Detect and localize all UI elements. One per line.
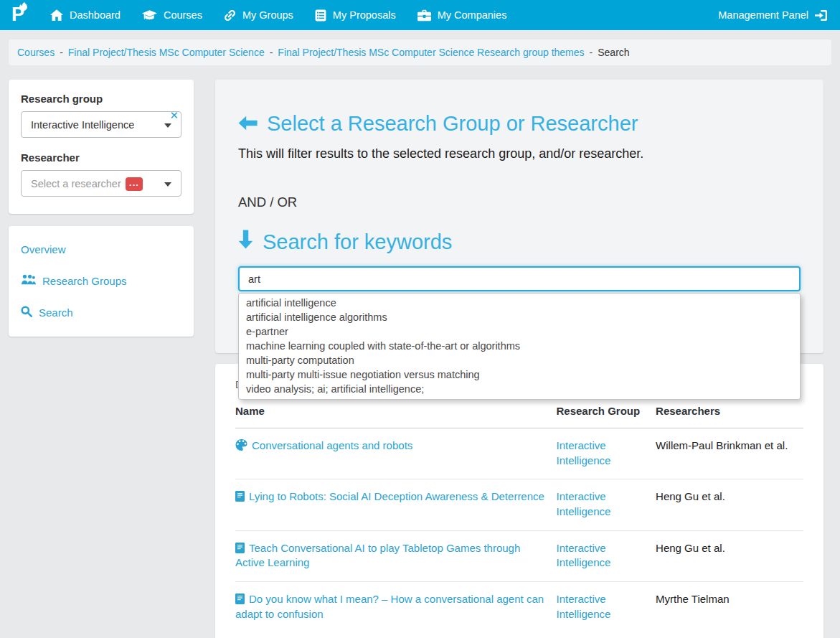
table-row: Do you know what I mean? – How a convers… xyxy=(235,582,803,633)
theme-link[interactable]: Teach Conversational AI to play Tabletop… xyxy=(235,542,520,569)
breadcrumb-link-course[interactable]: Final Project/Thesis MSc Computer Scienc… xyxy=(68,47,265,58)
select-group-heading: Select a Research Group or Researcher xyxy=(238,112,801,136)
filter-note: This will filter results to the selected… xyxy=(238,146,801,161)
heading-text: Select a Research Group or Researcher xyxy=(267,112,638,136)
column-header-research-group: Research Group xyxy=(556,400,656,428)
nav-item-my-companies[interactable]: My Companies xyxy=(417,9,507,22)
keyword-heading: Search for keywords xyxy=(238,230,801,254)
briefcase-icon xyxy=(417,9,431,22)
table-row: Conversational agents and robots Interac… xyxy=(235,428,803,479)
researcher-placeholder: Select a researcher xyxy=(31,178,121,189)
clear-selection-icon[interactable]: ✕ xyxy=(169,110,179,121)
research-group-link[interactable]: Interactive Intelligence xyxy=(556,542,610,569)
column-header-name: Name xyxy=(235,400,556,428)
research-group-link[interactable]: Interactive Intelligence xyxy=(556,593,610,620)
home-icon xyxy=(50,9,63,21)
research-group-link[interactable]: Interactive Intelligence xyxy=(556,439,610,466)
book-icon xyxy=(235,542,249,554)
sidebar-item-search[interactable]: Search xyxy=(21,296,181,329)
left-arrow-icon xyxy=(238,112,258,136)
results-table: Name Research Group Researchers Conversa… xyxy=(235,400,803,633)
sidebar-item-label: Overview xyxy=(21,243,66,255)
researchers-text: Myrthe Tielman xyxy=(656,593,730,605)
search-icon xyxy=(21,306,32,319)
link-icon xyxy=(224,9,236,22)
researcher-select[interactable]: Select a researcher ... xyxy=(21,170,181,197)
breadcrumb-separator: - xyxy=(590,47,593,58)
theme-link[interactable]: Do you know what I mean? – How a convers… xyxy=(235,593,544,620)
nav-item-label: Dashboard xyxy=(70,9,121,21)
suggestion-item[interactable]: multi-party multi-issue negotiation vers… xyxy=(239,367,800,382)
suggestion-item[interactable]: e-partner xyxy=(239,324,800,339)
sidebar-nav-panel: Overview Research Groups Search xyxy=(9,226,194,337)
heading-text: Search for keywords xyxy=(263,230,452,254)
sidebar-item-overview[interactable]: Overview xyxy=(21,234,181,265)
palette-icon xyxy=(235,439,252,451)
theme-link[interactable]: Conversational agents and robots xyxy=(252,439,412,451)
sidebar-item-label: Research Groups xyxy=(42,275,127,287)
list-icon xyxy=(315,9,326,22)
breadcrumb-link-courses[interactable]: Courses xyxy=(17,47,55,58)
suggestion-item[interactable]: artificial intelligence algorithms xyxy=(239,310,800,324)
nav-item-dashboard[interactable]: Dashboard xyxy=(50,9,121,21)
top-nav: P Dashboard Courses My Groups My Proposa… xyxy=(0,0,840,30)
results-panel: Dis Name Research Group Researchers Conv… xyxy=(215,364,824,638)
keyword-suggestions: artificial intelligenceartificial intell… xyxy=(238,293,801,400)
search-filter-panel: Select a Research Group or Researcher Th… xyxy=(215,80,824,353)
breadcrumb-current: Search xyxy=(598,47,629,58)
management-panel-link[interactable]: Management Panel xyxy=(718,9,827,22)
suggestion-item[interactable]: video analysis; ai; artificial intellige… xyxy=(239,382,800,396)
nav-item-label: My Proposals xyxy=(333,9,396,21)
theme-link[interactable]: Lying to Robots: Social AI Deception Awa… xyxy=(249,490,544,502)
research-group-label: Research group xyxy=(21,93,181,105)
filter-panel: Research group Interactive Intelligence … xyxy=(9,80,194,214)
nav-item-my-groups[interactable]: My Groups xyxy=(224,9,293,22)
sign-in-icon xyxy=(815,9,827,22)
researcher-label: Researcher xyxy=(21,151,181,164)
nav-item-label: Management Panel xyxy=(718,9,808,21)
suggestion-item[interactable]: machine learning coupled with state-of-t… xyxy=(239,339,800,353)
research-group-link[interactable]: Interactive Intelligence xyxy=(556,490,610,517)
nav-item-label: My Groups xyxy=(242,9,293,21)
suggestion-item[interactable]: artificial intelligence xyxy=(239,296,800,310)
research-group-value: Interactive Intelligence xyxy=(31,119,134,131)
nav-item-label: Courses xyxy=(164,9,202,21)
table-row: Lying to Robots: Social AI Deception Awa… xyxy=(235,479,803,530)
nav-item-label: My Companies xyxy=(438,9,507,21)
chevron-down-icon xyxy=(164,123,171,128)
breadcrumb: Courses - Final Project/Thesis MSc Compu… xyxy=(9,39,831,65)
sidebar-item-label: Search xyxy=(39,306,73,319)
breadcrumb-separator: - xyxy=(60,47,63,58)
column-header-researchers: Researchers xyxy=(656,400,803,428)
book-icon xyxy=(235,593,249,605)
nav-item-my-proposals[interactable]: My Proposals xyxy=(315,9,396,22)
nav-item-courses[interactable]: Courses xyxy=(142,9,202,22)
table-row: Teach Conversational AI to play Tabletop… xyxy=(235,530,803,581)
breadcrumb-separator: - xyxy=(270,47,273,58)
suggestion-item[interactable]: multi-party computation xyxy=(239,353,800,367)
logo-letter: P xyxy=(11,5,24,24)
and-or-label: AND / OR xyxy=(238,194,801,210)
researchers-text: Heng Gu et al. xyxy=(656,490,725,502)
breadcrumb-link-themes[interactable]: Final Project/Thesis MSc Computer Scienc… xyxy=(278,47,584,58)
down-arrow-icon xyxy=(238,230,253,254)
users-icon xyxy=(21,274,36,287)
overlay-badge-icon: ... xyxy=(126,177,143,191)
chevron-down-icon xyxy=(164,182,171,187)
researchers-text: Willem-Paul Brinkman et al. xyxy=(656,439,788,451)
sidebar-item-research-groups[interactable]: Research Groups xyxy=(21,265,181,296)
keyword-search-input[interactable] xyxy=(238,266,801,291)
app-logo[interactable]: P xyxy=(10,2,34,28)
graduation-cap-icon xyxy=(142,9,157,22)
researchers-text: Heng Gu et al. xyxy=(656,542,725,554)
research-group-select[interactable]: Interactive Intelligence ✕ xyxy=(21,111,181,138)
book-icon xyxy=(235,490,249,502)
